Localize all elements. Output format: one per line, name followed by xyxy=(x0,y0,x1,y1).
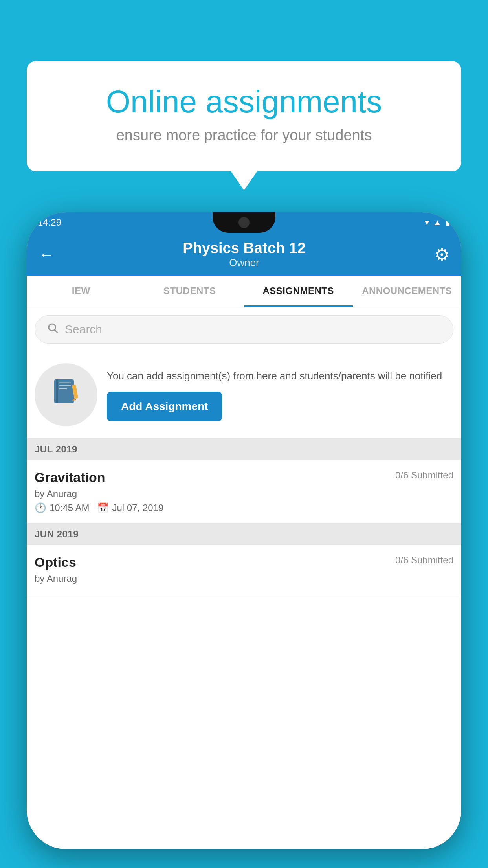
section-jun-2019: JUN 2019 xyxy=(27,523,461,545)
signal-icon: ▲ xyxy=(433,217,442,228)
back-button[interactable]: ← xyxy=(39,246,54,263)
bubble-subtitle: ensure more practice for your students xyxy=(58,127,430,144)
speech-bubble: Online assignments ensure more practice … xyxy=(27,61,461,171)
assignment-title-optics: Optics xyxy=(35,555,76,570)
tab-students[interactable]: STUDENTS xyxy=(136,276,244,307)
section-jul-2019: JUL 2019 xyxy=(27,438,461,460)
svg-rect-6 xyxy=(59,388,67,389)
bubble-title: Online assignments xyxy=(58,85,430,119)
assignment-item-gravitation[interactable]: Gravitation 0/6 Submitted by Anurag 🕐 10… xyxy=(27,460,461,523)
assignment-meta-gravitation: 🕐 10:45 AM 📅 Jul 07, 2019 xyxy=(35,502,453,513)
assignment-item-optics[interactable]: Optics 0/6 Submitted by Anurag xyxy=(27,545,461,597)
app-header: ← Physics Batch 12 Owner ⚙ xyxy=(27,233,461,276)
status-icons: ▾ ▲ ▮ xyxy=(425,217,450,228)
assignment-title-gravitation: Gravitation xyxy=(35,470,105,485)
svg-line-1 xyxy=(55,330,58,333)
search-icon xyxy=(47,322,59,337)
settings-icon[interactable]: ⚙ xyxy=(434,245,449,265)
header-title: Physics Batch 12 xyxy=(183,240,306,257)
phone-notch xyxy=(213,212,275,233)
header-center: Physics Batch 12 Owner xyxy=(183,240,306,269)
notebook-icon xyxy=(50,375,82,414)
promo-text-section: You can add assignment(s) from here and … xyxy=(107,368,453,421)
search-placeholder: Search xyxy=(65,323,102,336)
header-subtitle: Owner xyxy=(183,257,306,269)
svg-rect-4 xyxy=(59,382,71,383)
add-assignment-button[interactable]: Add Assignment xyxy=(107,392,222,421)
wifi-icon: ▾ xyxy=(425,217,429,228)
assignment-by-optics: by Anurag xyxy=(35,573,453,584)
assignment-date-gravitation: Jul 07, 2019 xyxy=(112,502,163,513)
svg-rect-3 xyxy=(56,379,58,403)
phone-frame: 14:29 ▾ ▲ ▮ ← Physics Batch 12 Owner ⚙ I… xyxy=(27,212,461,849)
speech-bubble-container: Online assignments ensure more practice … xyxy=(27,61,461,171)
camera xyxy=(238,217,250,228)
promo-icon-circle xyxy=(35,363,97,426)
tab-assignments[interactable]: ASSIGNMENTS xyxy=(244,276,353,307)
svg-rect-5 xyxy=(59,385,71,386)
svg-point-0 xyxy=(49,324,56,331)
search-bar[interactable]: Search xyxy=(35,315,453,344)
meta-date-gravitation: 📅 Jul 07, 2019 xyxy=(97,502,163,513)
battery-icon: ▮ xyxy=(446,217,450,228)
assignment-row-top-optics: Optics 0/6 Submitted xyxy=(35,555,453,570)
assignment-submitted-optics: 0/6 Submitted xyxy=(395,555,453,566)
status-time: 14:29 xyxy=(38,217,61,228)
content-area: Search xyxy=(27,307,461,849)
assignment-submitted-gravitation: 0/6 Submitted xyxy=(395,470,453,481)
assignment-by-gravitation: by Anurag xyxy=(35,488,453,499)
tabs-container: IEW STUDENTS ASSIGNMENTS ANNOUNCEMENTS xyxy=(27,276,461,307)
assignment-time-gravitation: 10:45 AM xyxy=(50,502,89,513)
calendar-icon: 📅 xyxy=(97,502,109,513)
meta-time-gravitation: 🕐 10:45 AM xyxy=(35,502,89,513)
clock-icon: 🕐 xyxy=(35,502,46,513)
tab-announcements[interactable]: ANNOUNCEMENTS xyxy=(353,276,462,307)
screen: 14:29 ▾ ▲ ▮ ← Physics Batch 12 Owner ⚙ I… xyxy=(27,212,461,849)
promo-section: You can add assignment(s) from here and … xyxy=(27,351,461,438)
tab-iew[interactable]: IEW xyxy=(27,276,136,307)
promo-description: You can add assignment(s) from here and … xyxy=(107,368,453,384)
assignment-row-top: Gravitation 0/6 Submitted xyxy=(35,470,453,485)
